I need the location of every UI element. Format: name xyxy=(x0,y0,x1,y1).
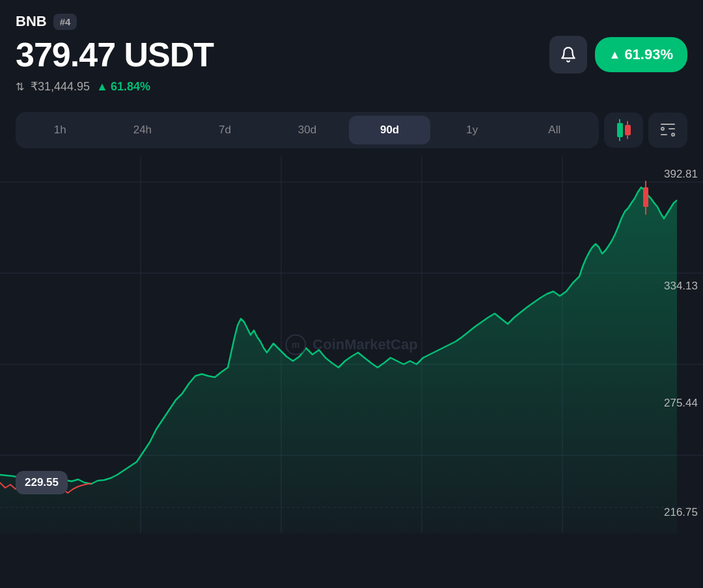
chart-area: 392.81 334.13 275.44 216.75 m CoinMarket… xyxy=(0,156,703,533)
bell-icon xyxy=(560,46,577,63)
coin-symbol: BNB xyxy=(16,13,47,30)
svg-rect-12 xyxy=(643,187,648,207)
tab-1y[interactable]: 1y xyxy=(432,116,513,144)
tab-7d[interactable]: 7d xyxy=(184,116,266,144)
tab-1h[interactable]: 1h xyxy=(20,116,101,144)
chart-type-button[interactable] xyxy=(604,113,643,148)
coin-price: 379.47 USDT xyxy=(16,35,214,74)
price-inr: ₹31,444.95 xyxy=(31,79,90,94)
change-inr: ▲ 61.84% xyxy=(96,80,150,94)
arrows-icon: ⇅ xyxy=(16,81,24,93)
change-arrow: ▲ xyxy=(609,48,621,62)
sub-change-pct: 61.84% xyxy=(111,80,150,94)
price-label-low: 216.75 xyxy=(664,506,698,519)
tab-all[interactable]: All xyxy=(514,116,595,144)
change-badge: ▲ 61.93% xyxy=(595,37,687,72)
coin-rank: #4 xyxy=(53,14,77,30)
start-price-label: 229.55 xyxy=(16,471,68,494)
candlestick-icon xyxy=(617,119,631,141)
price-label-mid: 275.44 xyxy=(664,397,698,410)
tab-90d[interactable]: 90d xyxy=(349,116,430,144)
filter-icon xyxy=(661,124,675,137)
change-pct: 61.93% xyxy=(624,46,673,63)
filter-button[interactable] xyxy=(648,113,687,148)
price-label-high: 392.81 xyxy=(664,168,698,181)
price-chart xyxy=(0,156,703,533)
bell-button[interactable] xyxy=(549,36,587,74)
sub-change-arrow: ▲ xyxy=(96,80,108,94)
price-label-mid-high: 334.13 xyxy=(664,280,698,293)
tab-24h[interactable]: 24h xyxy=(102,116,184,144)
tab-30d[interactable]: 30d xyxy=(267,116,348,144)
time-tabs: 1h 24h 7d 30d 90d 1y All xyxy=(16,112,599,148)
